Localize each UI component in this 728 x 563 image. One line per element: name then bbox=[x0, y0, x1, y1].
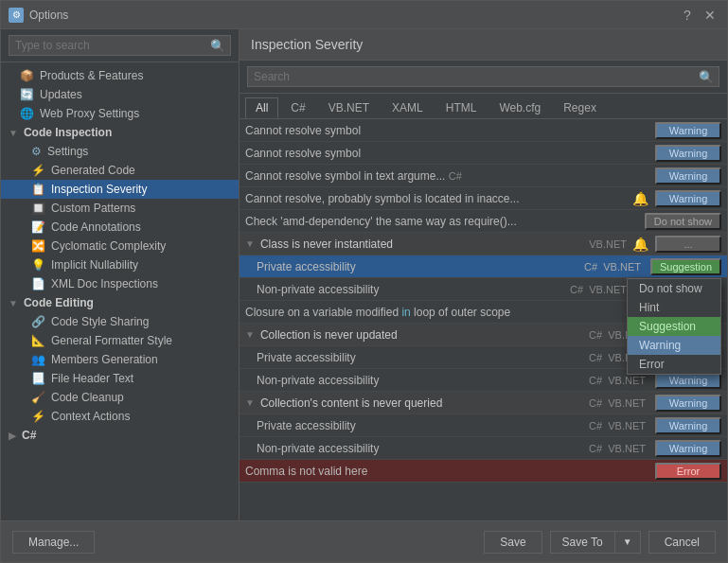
help-button[interactable]: ? bbox=[678, 6, 697, 25]
save-button[interactable]: Save bbox=[484, 531, 542, 554]
severity-badge[interactable]: Warning bbox=[655, 395, 721, 412]
title-bar: ⚙ Options ? ✕ bbox=[1, 1, 727, 29]
row-label: Private accessibility bbox=[257, 351, 589, 364]
close-button[interactable]: ✕ bbox=[701, 6, 719, 25]
tab-html[interactable]: HTML bbox=[435, 97, 488, 118]
severity-badge[interactable]: Warning bbox=[655, 145, 721, 162]
dropdown-item-suggestion[interactable]: Suggestion bbox=[628, 317, 720, 336]
sharing-icon: 🔗 bbox=[31, 315, 45, 328]
row-label: Non-private accessibility bbox=[257, 442, 589, 455]
row-label: Cannot resolve symbol in text argume... … bbox=[245, 169, 651, 183]
sidebar-item-label: Code Style Sharing bbox=[51, 315, 149, 328]
row-lang: C# VB.NET bbox=[570, 284, 627, 295]
row-label: Class is never instantiated bbox=[260, 238, 589, 251]
save-to-button[interactable]: Save To bbox=[551, 532, 615, 553]
sidebar-search-icon: 🔍 bbox=[210, 39, 225, 53]
sidebar-item-custompatterns[interactable]: 🔲 Custom Patterns bbox=[1, 199, 239, 218]
sidebar-item-stylesharing[interactable]: 🔗 Code Style Sharing bbox=[1, 312, 239, 331]
format-icon: 📐 bbox=[31, 334, 45, 347]
inspection-list: Cannot resolve symbol Warning Cannot res… bbox=[240, 119, 727, 520]
panel-search: 🔍 bbox=[240, 61, 727, 94]
sidebar-item-settings[interactable]: ⚙ Settings bbox=[1, 142, 239, 161]
row-lang: C# VB.NET bbox=[589, 375, 646, 386]
severity-badge[interactable]: Warning bbox=[655, 167, 721, 185]
ear-icon: 🔔 bbox=[632, 191, 648, 206]
sidebar-group-codeediting[interactable]: ▼ Code Editing bbox=[1, 293, 239, 312]
tab-webcfg[interactable]: Web.cfg bbox=[488, 97, 551, 118]
dropdown-item-warning[interactable]: Warning bbox=[628, 336, 720, 355]
sidebar-item-nullable[interactable]: 💡 Implicit Nullability bbox=[1, 255, 239, 274]
sidebar-item-label: Code Editing bbox=[24, 296, 94, 309]
row-lang: C# VB.NET bbox=[589, 420, 646, 431]
sidebar-item-label: Context Actions bbox=[51, 410, 130, 423]
row-label: Comma is not valid here bbox=[245, 465, 651, 478]
row-label: Private accessibility bbox=[257, 260, 584, 273]
row-lang: C# VB.NET bbox=[584, 261, 641, 273]
sidebar-item-inspectseverity[interactable]: 📋 Inspection Severity bbox=[1, 180, 239, 199]
row-label: Collection is never updated bbox=[260, 328, 589, 342]
sidebar-item-members[interactable]: 👥 Members Generation bbox=[1, 350, 239, 369]
severity-badge[interactable]: Warning bbox=[655, 417, 721, 434]
fileheader-icon: 📃 bbox=[31, 372, 45, 385]
sidebar-item-context[interactable]: ⚡ Context Actions bbox=[1, 407, 239, 426]
sidebar-item-label: Cyclomatic Complexity bbox=[51, 239, 166, 253]
row-label: Private accessibility bbox=[257, 419, 589, 432]
sidebar-item-generatedcode[interactable]: ⚡ Generated Code bbox=[1, 161, 239, 180]
dropdown-item-error[interactable]: Error bbox=[628, 355, 720, 374]
list-item: Cannot resolve symbol in text argume... … bbox=[240, 165, 727, 187]
sidebar-item-webproxy[interactable]: 🌐 Web Proxy Settings bbox=[1, 104, 239, 123]
save-to-arrow-button[interactable]: ▼ bbox=[615, 532, 640, 553]
severity-badge[interactable]: Warning bbox=[655, 190, 721, 207]
sidebar-item-updates[interactable]: 🔄 Updates bbox=[1, 85, 239, 104]
dropdown-item-hint[interactable]: Hint bbox=[628, 298, 720, 317]
sidebar-item-label: Members Generation bbox=[51, 353, 158, 366]
panel-title: Inspection Severity bbox=[240, 29, 727, 61]
annotation-icon: 📝 bbox=[31, 220, 45, 234]
group-toggle-icon: ▼ bbox=[245, 238, 255, 249]
sidebar-group-csharp[interactable]: ▶ C# bbox=[1, 426, 239, 445]
collapse-icon: ▼ bbox=[9, 128, 18, 138]
sidebar-search-input[interactable] bbox=[9, 35, 231, 56]
sidebar-item-formatter[interactable]: 📐 General Formatter Style bbox=[1, 331, 239, 350]
panel-search-input[interactable] bbox=[247, 66, 719, 87]
severity-badge[interactable]: Suggestion bbox=[650, 258, 721, 275]
tabs-bar: All C# VB.NET XAML HTML Web.cfg Regex bbox=[240, 94, 727, 119]
tab-csharp[interactable]: C# bbox=[280, 97, 315, 118]
severity-badge[interactable]: Warning bbox=[655, 440, 721, 457]
row-label: Cannot resolve, probably symbol is locat… bbox=[245, 192, 632, 205]
sidebar-search-box: 🔍 bbox=[1, 29, 239, 62]
severity-badge[interactable]: Warning bbox=[655, 122, 721, 139]
cancel-button[interactable]: Cancel bbox=[648, 531, 716, 554]
inspect-icon: 📋 bbox=[31, 183, 45, 196]
sidebar-item-products[interactable]: 📦 Products & Features bbox=[1, 66, 239, 85]
collapse-icon: ▼ bbox=[9, 298, 18, 308]
nullable-icon: 💡 bbox=[31, 258, 45, 272]
tab-vbnet[interactable]: VB.NET bbox=[318, 97, 380, 118]
row-label: Collection's content is never queried bbox=[260, 396, 589, 410]
sidebar-item-cleanup[interactable]: 🧹 Code Cleanup bbox=[1, 388, 239, 407]
tab-xaml[interactable]: XAML bbox=[382, 97, 434, 118]
sidebar-item-label: Code Annotations bbox=[51, 220, 141, 234]
sidebar-item-codeannotations[interactable]: 📝 Code Annotations bbox=[1, 218, 239, 237]
row-lang: C# VB.NET bbox=[589, 443, 646, 454]
sidebar-item-label: XML Doc Inspections bbox=[51, 277, 158, 290]
severity-badge[interactable]: ... bbox=[655, 236, 721, 253]
sidebar-item-cyclomatic[interactable]: 🔀 Cyclomatic Complexity bbox=[1, 237, 239, 255]
sidebar-item-xmldoc[interactable]: 📄 XML Doc Inspections bbox=[1, 274, 239, 293]
tab-all[interactable]: All bbox=[245, 97, 278, 118]
dropdown-item-donotshow[interactable]: Do not show bbox=[628, 279, 720, 298]
severity-badge[interactable]: Do not show bbox=[645, 213, 721, 230]
collapse-icon: ▶ bbox=[9, 431, 16, 441]
sidebar: 🔍 📦 Products & Features 🔄 Updates 🌐 Web … bbox=[1, 29, 240, 520]
sidebar-item-fileheader[interactable]: 📃 File Header Text bbox=[1, 369, 239, 388]
sidebar-item-label: C# bbox=[22, 429, 36, 442]
severity-badge[interactable]: Error bbox=[655, 463, 721, 480]
list-item: Comma is not valid here Error bbox=[240, 460, 727, 483]
sidebar-search-wrapper: 🔍 bbox=[9, 35, 231, 56]
sidebar-group-codeinspection[interactable]: ▼ Code Inspection bbox=[1, 123, 239, 142]
members-icon: 👥 bbox=[31, 353, 45, 366]
list-item: Private accessibility C# VB.NET Warning bbox=[240, 414, 727, 437]
save-to-split-button: Save To ▼ bbox=[550, 531, 641, 554]
manage-button[interactable]: Manage... bbox=[12, 531, 95, 554]
tab-regex[interactable]: Regex bbox=[553, 97, 607, 118]
